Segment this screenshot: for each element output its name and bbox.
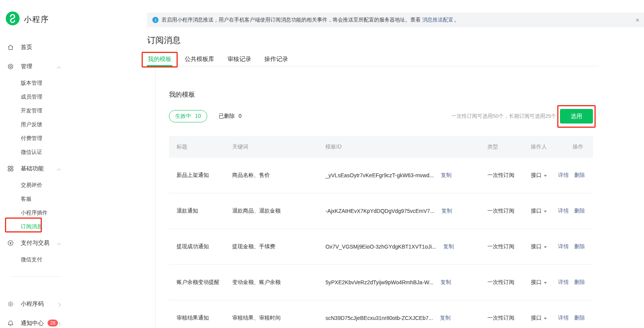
detail-link[interactable]: 详情 [558, 279, 569, 285]
notification-count-badge: 28 [48, 320, 58, 326]
sidebar-item-wechat-verification[interactable]: 微信认证 [0, 145, 147, 159]
banner-text: 若启用小程序消息推送，用户在手机客户端使用订阅消息功能的相关事件，将会推送至所配… [162, 16, 421, 23]
tab-operation-records[interactable]: 操作记录 [264, 54, 289, 66]
chevron-up-icon [58, 240, 60, 246]
delete-link[interactable]: 删除 [574, 243, 585, 249]
table-row: 退款通知 退款商品、退款金额 -AjxKZAtHEvX7KpYdDQDgVdg9… [169, 193, 593, 229]
sidebar-item-wechat-pay[interactable]: 微信支付 [0, 252, 147, 266]
detail-link[interactable]: 详情 [558, 172, 569, 178]
filter-active-count: 10 [195, 113, 201, 120]
cell-type: 一次性订阅 [476, 279, 520, 286]
sidebar-item-label: 通知中心 [21, 320, 44, 327]
caret-down-icon [544, 246, 547, 248]
tab-public-template-library[interactable]: 公共模板库 [184, 54, 215, 66]
sidebar-divider [11, 276, 61, 277]
sidebar-item-basic-functions[interactable]: 基础功能 [0, 159, 147, 178]
cell-template-id: Ox7V_VGSMj9EioO-3zhGYdgKBT1XVT1oJi... [325, 244, 436, 250]
sidebar-item-version-management[interactable]: 版本管理 [0, 76, 147, 90]
sidebar-item-miniprogram-code[interactable]: 小程序码 [0, 294, 147, 313]
operator-dropdown[interactable]: 接口 [520, 315, 553, 321]
delete-link[interactable]: 删除 [574, 208, 585, 214]
sidebar-item-label: 基础功能 [21, 165, 44, 172]
cell-title: 新品上架通知 [169, 172, 232, 179]
sidebar-item-customer-service[interactable]: 客服 [0, 192, 147, 206]
notification-banner: i 若启用小程序消息推送，用户在手机客户端使用订阅消息功能的相关事件，将会推送至… [147, 13, 644, 27]
sidebar-item-label: 小程序码 [21, 300, 44, 308]
cell-type: 一次性订阅 [476, 172, 520, 179]
miniprogram-code-icon [7, 300, 14, 308]
sidebar-item-label: 支付与交易 [21, 239, 50, 247]
cell-keywords: 商品名称、售价 [232, 172, 325, 179]
cell-keywords: 退款商品、退款金额 [232, 208, 325, 214]
cell-template-id: 5yPXE2KbvVeRz2dTyijw9pWo4RmhBJa-W... [325, 279, 433, 285]
home-icon [7, 43, 14, 51]
cell-keywords: 提现金额、手续费 [232, 243, 325, 250]
app-logo: 小程序 [0, 0, 147, 27]
miniprogram-logo-icon [6, 12, 20, 27]
section-title: 我的模板 [169, 90, 593, 99]
sidebar-item-home[interactable]: 首页 [0, 38, 147, 57]
sidebar-item-development-management[interactable]: 开发管理 [0, 104, 147, 117]
main-content: i 若启用小程序消息推送，用户在手机客户端使用订阅消息功能的相关事件，将会推送至… [147, 0, 644, 328]
bell-icon [7, 319, 14, 327]
app-title: 小程序 [24, 14, 49, 25]
sidebar-item-payment-and-transactions[interactable]: 支付与交易 [0, 233, 147, 252]
header-actions: 操作 [553, 143, 593, 150]
cell-title: 账户余额变动提醒 [169, 279, 232, 286]
table-row: 账户余额变动提醒 变动金额、账户余额 5yPXE2KbvVeRz2dTyijw9… [169, 265, 593, 300]
cell-title: 提现成功通知 [169, 243, 232, 250]
copy-link[interactable]: 复制 [440, 279, 451, 286]
tab-my-templates[interactable]: 我的模板 [147, 54, 172, 66]
table-header: 标题 关键词 模板ID 类型 操作人 操作 [169, 136, 593, 158]
filter-row: 生效中 10 已删除 0 一次性订阅可选用50个，长期订阅可选用25个 选用 [169, 109, 593, 124]
copy-link[interactable]: 复制 [443, 243, 454, 250]
table-row: 审核结果通知 审核结果、审核时间 scN39D75cJjeBEcxu31nr80… [169, 300, 593, 328]
delete-link[interactable]: 删除 [574, 315, 585, 321]
sidebar-item-fee-management[interactable]: 付费管理 [0, 131, 147, 145]
cell-template-id: _yVLsEasOytr7vKeEFgr9czT-gkW63-mvwd... [325, 172, 434, 178]
sidebar-item-subscribe-message[interactable]: 订阅消息 [0, 219, 147, 233]
copy-link[interactable]: 复制 [441, 208, 452, 214]
sidebar-item-miniprogram-plugins[interactable]: 小程序插件 [0, 206, 147, 219]
chevron-up-icon [58, 165, 60, 172]
close-icon[interactable]: × [636, 17, 639, 23]
message-push-config-link[interactable]: 消息推送配置 [422, 16, 453, 23]
sidebar-item-transaction-reviews[interactable]: 交易评价 [0, 178, 147, 192]
tab-review-records[interactable]: 审核记录 [227, 54, 252, 66]
detail-link[interactable]: 详情 [558, 315, 569, 321]
table-row: 提现成功通知 提现金额、手续费 Ox7V_VGSMj9EioO-3zhGYdgK… [169, 229, 593, 265]
cell-keywords: 变动金额、账户余额 [232, 279, 325, 286]
header-operator: 操作人 [520, 143, 553, 150]
delete-link[interactable]: 删除 [574, 172, 585, 178]
delete-link[interactable]: 删除 [574, 279, 585, 285]
sidebar-item-member-management[interactable]: 成员管理 [0, 90, 147, 104]
sidebar-item-user-feedback[interactable]: 用户反馈 [0, 117, 147, 131]
sidebar-item-management[interactable]: 管理 [0, 57, 147, 76]
filter-deleted-count: 0 [239, 113, 242, 120]
cell-title: 审核结果通知 [169, 315, 232, 321]
detail-link[interactable]: 详情 [558, 243, 569, 249]
cell-template-id: scN39D75cJjeBEcxu31nr80otb-ZCXJCEb7... [325, 315, 433, 321]
payment-icon [7, 239, 14, 247]
cell-template-id: -AjxKZAtHEvX7KpYdDQDgVdg975vcEmV7... [325, 208, 434, 214]
operator-dropdown[interactable]: 接口 [520, 279, 553, 286]
templates-table: 标题 关键词 模板ID 类型 操作人 操作 新品上架通知 商品名称、售价 _yV… [169, 136, 593, 328]
sidebar-item-notification-center[interactable]: 通知中心 28 [0, 313, 147, 328]
basic-functions-icon [7, 165, 14, 172]
copy-link[interactable]: 复制 [441, 172, 451, 179]
select-button[interactable]: 选用 [560, 109, 593, 124]
cell-type: 一次性订阅 [476, 243, 520, 250]
operator-dropdown[interactable]: 接口 [520, 172, 553, 179]
caret-down-icon [544, 211, 547, 213]
filter-deleted[interactable]: 已删除 0 [219, 113, 242, 120]
sidebar-nav: 首页 管理 版本管理 成员管理 开发管理 用户反馈 付费管理 微信认证 [0, 38, 147, 328]
detail-link[interactable]: 详情 [558, 208, 569, 214]
caret-down-icon [544, 282, 547, 284]
filter-active-pill[interactable]: 生效中 10 [169, 110, 207, 122]
operator-dropdown[interactable]: 接口 [520, 208, 553, 214]
chevron-right-icon [58, 320, 60, 326]
operator-dropdown[interactable]: 接口 [520, 243, 553, 250]
copy-link[interactable]: 复制 [440, 315, 451, 321]
caret-down-icon [544, 175, 547, 177]
management-icon [7, 63, 14, 70]
